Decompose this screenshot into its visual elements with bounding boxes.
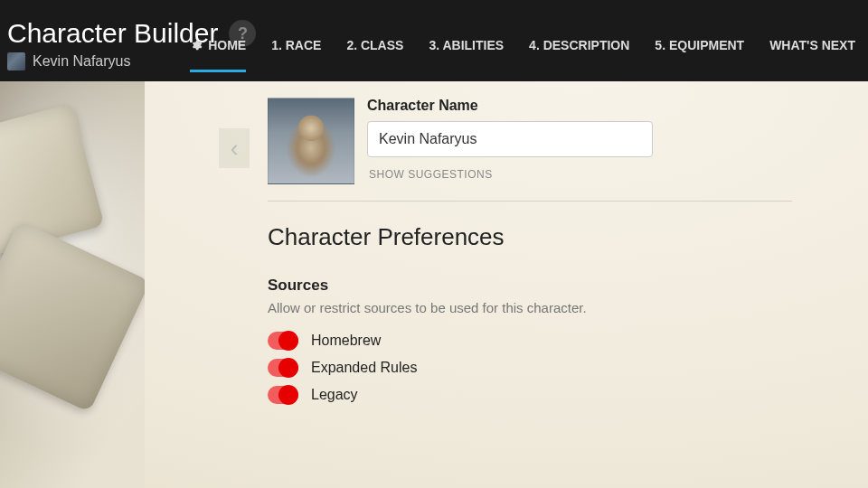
toggle-legacy[interactable] xyxy=(268,386,298,404)
nav-label: 1. RACE xyxy=(271,38,321,52)
sources-description: Allow or restrict sources to be used for… xyxy=(268,300,832,315)
nav-label: 3. ABILITIES xyxy=(429,38,504,52)
nav-label: HOME xyxy=(208,38,246,52)
toggle-label: Homebrew xyxy=(311,333,381,349)
character-name-row: ‹ Character Name SHOW SUGGESTIONS xyxy=(268,98,832,184)
toggle-label: Legacy xyxy=(311,387,358,403)
page-body: ‹ Character Name SHOW SUGGESTIONS Charac… xyxy=(0,81,868,488)
header-character-name: Kevin Nafaryus xyxy=(33,53,131,70)
nav-class[interactable]: 2. CLASS xyxy=(334,27,416,81)
nav-label: 2. CLASS xyxy=(346,38,403,52)
sources-title: Sources xyxy=(268,277,832,295)
source-toggle-homebrew-row: Homebrew xyxy=(268,332,832,350)
avatar-mini xyxy=(7,52,25,70)
chevron-left-icon: ‹ xyxy=(231,135,239,163)
content-area: ‹ Character Name SHOW SUGGESTIONS Charac… xyxy=(268,98,832,413)
character-portrait[interactable] xyxy=(268,98,354,184)
app-header: Character Builder ? Kevin Nafaryus HOME … xyxy=(0,0,868,81)
nav-label: 5. EQUIPMENT xyxy=(655,38,744,52)
nav-equipment[interactable]: 5. EQUIPMENT xyxy=(642,27,757,81)
show-suggestions-link[interactable]: SHOW SUGGESTIONS xyxy=(369,168,653,181)
source-toggle-expanded-row: Expanded Rules xyxy=(268,359,832,377)
builder-nav: HOME 1. RACE 2. CLASS 3. ABILITIES 4. DE… xyxy=(177,0,868,81)
nav-abilities[interactable]: 3. ABILITIES xyxy=(416,27,516,81)
nav-label: 4. DESCRIPTION xyxy=(529,38,629,52)
nav-home[interactable]: HOME xyxy=(177,27,259,81)
gear-icon xyxy=(190,39,203,52)
toggle-expanded-rules[interactable] xyxy=(268,359,298,377)
character-name-input[interactable] xyxy=(367,121,653,157)
toggle-knob xyxy=(278,385,298,405)
prev-step-button[interactable]: ‹ xyxy=(219,128,250,168)
nav-whats-next[interactable]: WHAT'S NEXT xyxy=(757,27,868,81)
character-name-col: Character Name SHOW SUGGESTIONS xyxy=(367,98,653,181)
source-toggle-legacy-row: Legacy xyxy=(268,386,832,404)
character-name-label: Character Name xyxy=(367,98,653,114)
toggle-knob xyxy=(278,358,298,378)
section-divider xyxy=(268,201,792,202)
preferences-title: Character Preferences xyxy=(268,223,832,251)
toggle-label: Expanded Rules xyxy=(311,360,417,376)
nav-description[interactable]: 4. DESCRIPTION xyxy=(516,27,642,81)
toggle-knob xyxy=(278,331,298,351)
nav-label: WHAT'S NEXT xyxy=(769,38,855,52)
nav-race[interactable]: 1. RACE xyxy=(259,27,334,81)
toggle-homebrew[interactable] xyxy=(268,332,298,350)
